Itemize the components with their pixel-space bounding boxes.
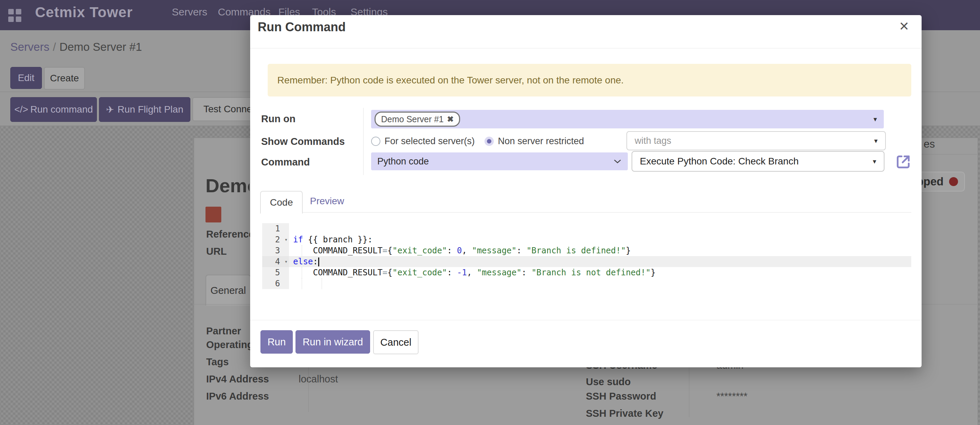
run-flight-plan-button[interactable]: ✈ Run Flight Plan xyxy=(99,97,190,122)
text-cursor xyxy=(318,257,319,266)
field-label: IPv4 Address xyxy=(206,374,269,385)
field-label: IPv6 Address xyxy=(206,391,269,402)
tab-general[interactable]: General xyxy=(205,274,251,306)
tab-code[interactable]: Code xyxy=(260,191,303,214)
tag-remove-icon[interactable]: ✖ xyxy=(447,115,453,124)
indent-guide xyxy=(321,278,322,289)
app-root: Cetmix Tower Servers Commands Files Tool… xyxy=(0,0,980,425)
fold-caret-icon[interactable]: ▾ xyxy=(285,256,288,267)
field-label: SSH Password xyxy=(586,391,656,402)
line-number: 2▾ xyxy=(262,234,289,245)
with-tags-dropdown[interactable]: with tags ▾ xyxy=(627,131,886,151)
chevron-down-icon: ▾ xyxy=(873,157,876,165)
command-type-select[interactable]: Python code xyxy=(371,152,628,170)
line-number: 4▾ xyxy=(262,256,289,267)
cancel-button[interactable]: Cancel xyxy=(373,330,418,354)
indent-guide xyxy=(302,278,302,289)
python-warning-alert: Remember: Python code is executed on the… xyxy=(268,64,911,97)
tab-underline xyxy=(260,212,911,212)
breadcrumb-current: Demo Server #1 xyxy=(59,41,142,53)
nav-item-servers[interactable]: Servers xyxy=(172,6,207,18)
status-stopped-dot-icon xyxy=(949,177,958,186)
field-label: Partner xyxy=(206,325,241,337)
plane-icon: ✈ xyxy=(106,104,114,115)
command-label: Command xyxy=(261,157,310,168)
modal-header-divider xyxy=(250,48,921,48)
breadcrumb-separator: / xyxy=(49,41,59,53)
radio-for-selected-servers[interactable]: For selected server(s) xyxy=(371,136,475,147)
field-label: SSH Private Key xyxy=(586,408,663,419)
editor-line[interactable]: 1 xyxy=(262,223,911,234)
tab-preview[interactable]: Preview xyxy=(310,196,344,207)
field-value: ******** xyxy=(716,391,748,402)
run-command-button[interactable]: </> Run command xyxy=(10,97,97,122)
reference-label: Reference xyxy=(206,228,254,240)
field-value: localhost xyxy=(299,374,338,385)
external-link-icon[interactable] xyxy=(895,153,912,172)
command-dropdown[interactable]: Execute Python Code: Check Branch ▾ xyxy=(632,151,885,172)
line-number: 3 xyxy=(262,245,289,256)
close-icon[interactable]: ✕ xyxy=(899,19,909,34)
editor-line[interactable]: 4▾else: xyxy=(262,256,911,267)
code-editor[interactable]: 12▾if {{ branch }}:3 COMMAND_RESULT={"ex… xyxy=(262,223,911,290)
fold-caret-icon[interactable]: ▾ xyxy=(285,234,288,245)
field-label: Operating xyxy=(206,339,253,350)
form-column-separator xyxy=(363,108,364,175)
server-tag[interactable]: Demo Server #1 ✖ xyxy=(375,111,460,127)
url-label: URL xyxy=(206,246,227,257)
editor-line[interactable]: 5 COMMAND_RESULT={"exit_code": -1, "mess… xyxy=(262,267,911,278)
indent-guide xyxy=(302,267,302,278)
run-on-label: Run on xyxy=(261,113,296,125)
modal-footer-divider xyxy=(250,320,921,320)
chevron-down-icon: ▾ xyxy=(874,136,878,145)
edit-button[interactable]: Edit xyxy=(10,67,42,89)
breadcrumb: Servers/Demo Server #1 xyxy=(10,41,142,54)
server-title: Demo xyxy=(205,174,250,197)
chevron-down-icon xyxy=(613,159,622,164)
code-icon: </> xyxy=(14,104,28,115)
radio-on-icon[interactable] xyxy=(485,136,494,146)
line-number: 1 xyxy=(262,223,289,234)
stat-button-fragment[interactable]: es xyxy=(924,138,935,151)
field-label: Tags xyxy=(206,356,229,368)
editor-line[interactable]: 2▾if {{ branch }}: xyxy=(262,234,911,245)
editor-line[interactable]: 6 xyxy=(262,278,911,289)
show-commands-label: Show Commands xyxy=(261,136,345,147)
breadcrumb-servers-link[interactable]: Servers xyxy=(10,41,49,53)
indent-guide xyxy=(302,245,302,256)
create-button[interactable]: Create xyxy=(44,67,85,90)
line-number: 6 xyxy=(262,278,289,289)
editor-line[interactable]: 3 COMMAND_RESULT={"exit_code": 0, "messa… xyxy=(262,245,911,256)
modal-title: Run Command xyxy=(258,20,346,34)
apps-grid-icon[interactable] xyxy=(8,9,21,22)
run-on-field[interactable]: Demo Server #1 ✖ ▾ xyxy=(371,110,884,128)
server-color-swatch[interactable] xyxy=(205,207,221,222)
app-brand[interactable]: Cetmix Tower xyxy=(35,4,133,21)
run-button[interactable]: Run xyxy=(261,330,293,354)
radio-non-server-restricted[interactable]: Non server restricted xyxy=(485,136,584,147)
radio-off-icon[interactable] xyxy=(371,136,380,146)
run-in-wizard-button[interactable]: Run in wizard xyxy=(296,330,370,354)
line-number: 5 xyxy=(262,267,289,278)
field-label: Use sudo xyxy=(586,376,631,388)
chevron-down-icon[interactable]: ▾ xyxy=(873,115,877,123)
